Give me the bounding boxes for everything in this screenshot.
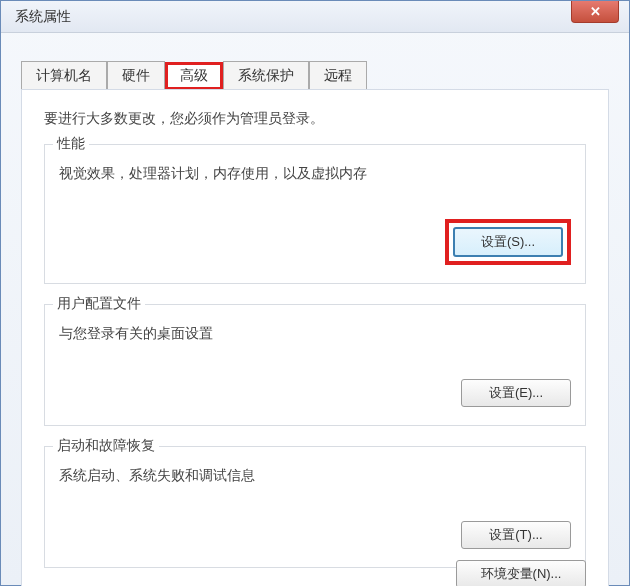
environment-variables-button[interactable]: 环境变量(N)... [456,560,586,586]
group-performance: 性能 视觉效果，处理器计划，内存使用，以及虚拟内存 设置(S)... [44,144,586,284]
performance-settings-button[interactable]: 设置(S)... [453,227,563,257]
content-area: 计算机名 硬件 高级 系统保护 远程 要进行大多数更改，您必须作为管理员登录。 … [1,33,629,586]
button-row: 设置(E)... [59,379,571,407]
system-properties-window: 系统属性 ✕ 计算机名 硬件 高级 系统保护 远程 要进行大多数更改，您必须作为… [0,0,630,586]
titlebar: 系统属性 ✕ [1,1,629,33]
tab-advanced[interactable]: 高级 [165,62,223,90]
tab-computer-name[interactable]: 计算机名 [21,61,107,89]
group-user-profile: 用户配置文件 与您登录有关的桌面设置 设置(E)... [44,304,586,426]
admin-notice: 要进行大多数更改，您必须作为管理员登录。 [44,110,586,128]
group-startup-title: 启动和故障恢复 [53,437,159,455]
group-startup-desc: 系统启动、系统失败和调试信息 [59,467,571,485]
tab-panel-advanced: 要进行大多数更改，您必须作为管理员登录。 性能 视觉效果，处理器计划，内存使用，… [21,89,609,586]
button-row: 设置(S)... [59,219,571,265]
window-title: 系统属性 [15,8,71,26]
userprofile-settings-button[interactable]: 设置(E)... [461,379,571,407]
group-user-profile-desc: 与您登录有关的桌面设置 [59,325,571,343]
button-row: 设置(T)... [59,521,571,549]
group-performance-desc: 视觉效果，处理器计划，内存使用，以及虚拟内存 [59,165,571,183]
group-user-profile-title: 用户配置文件 [53,295,145,313]
close-button[interactable]: ✕ [571,1,619,23]
highlight-box: 设置(S)... [445,219,571,265]
group-performance-title: 性能 [53,135,89,153]
close-icon: ✕ [590,4,601,19]
tab-hardware[interactable]: 硬件 [107,61,165,89]
env-button-row: 环境变量(N)... [456,560,586,586]
tab-strip: 计算机名 硬件 高级 系统保护 远程 [21,61,619,89]
tab-remote[interactable]: 远程 [309,61,367,89]
tab-system-protection[interactable]: 系统保护 [223,61,309,89]
group-startup-recovery: 启动和故障恢复 系统启动、系统失败和调试信息 设置(T)... [44,446,586,568]
startup-settings-button[interactable]: 设置(T)... [461,521,571,549]
